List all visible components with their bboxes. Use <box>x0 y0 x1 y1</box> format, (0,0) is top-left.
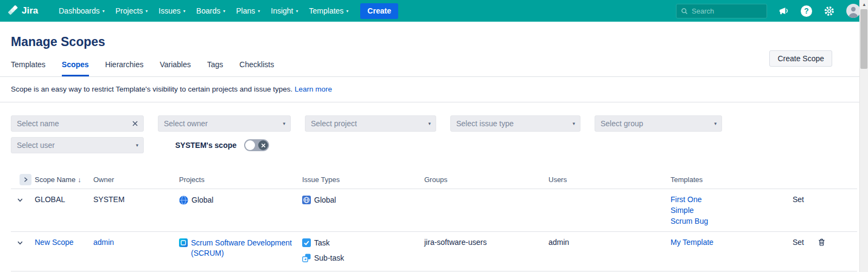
table-row: GLOBAL SYSTEM Global Global <box>11 189 857 232</box>
tab-bar: Templates Scopes Hierarchies Variables T… <box>0 60 868 77</box>
tab-checklists[interactable]: Checklists <box>239 60 274 76</box>
issue-type-item: Task <box>302 238 419 250</box>
learn-more-link[interactable]: Learn more <box>295 85 332 93</box>
nav-dashboards[interactable]: Dashboards▾ <box>53 0 110 22</box>
user-filter[interactable]: Select user ▾ <box>11 137 144 153</box>
chevron-down-icon: ▾ <box>136 143 138 148</box>
nav-boards[interactable]: Boards▾ <box>191 0 231 22</box>
chevron-down-icon: ▾ <box>103 9 105 14</box>
column-header-scope-name[interactable]: Scope Name ↓ <box>35 173 93 189</box>
scrollbar-thumb[interactable] <box>860 9 867 69</box>
avatar <box>846 4 860 18</box>
search-input[interactable] <box>692 7 757 15</box>
toggle-knob <box>245 140 255 150</box>
owner-link[interactable]: admin <box>93 238 114 247</box>
chevron-down-icon: ▾ <box>145 9 148 14</box>
owner-filter[interactable]: Select owner ▾ <box>158 115 291 132</box>
template-link[interactable]: Scrum Bug <box>671 217 787 225</box>
project-filter[interactable]: Select project ▾ <box>305 115 436 132</box>
jira-logo[interactable]: Jira <box>8 5 38 16</box>
navbar-right: ? <box>676 4 860 18</box>
name-filter[interactable] <box>11 115 144 132</box>
template-link[interactable]: First One <box>671 195 787 204</box>
jira-app: Jira Dashboards▾ Projects▾ Issues▾ Board… <box>0 0 868 272</box>
global-search[interactable] <box>676 4 767 18</box>
expand-row-button[interactable] <box>15 195 25 205</box>
group-filter[interactable]: Select group ▾ <box>595 115 722 132</box>
templates-cell: My Template <box>671 238 787 247</box>
sort-descending-icon: ↓ <box>78 176 81 184</box>
toggle-off-x-icon <box>258 140 268 150</box>
gear-icon <box>824 5 835 17</box>
system-scope-label: SYSTEM's scope <box>175 141 237 150</box>
clear-icon[interactable] <box>132 120 138 127</box>
trash-icon <box>818 238 826 247</box>
nav-plans[interactable]: Plans▾ <box>231 0 265 22</box>
scope-name-link[interactable]: New Scope <box>35 238 74 247</box>
help-button[interactable]: ? <box>801 5 812 17</box>
issue-type-label: Sub-task <box>314 253 344 263</box>
system-scope-filter: SYSTEM's scope <box>175 139 269 151</box>
name-filter-input[interactable] <box>17 119 128 128</box>
column-header-set <box>793 173 816 189</box>
nav-templates[interactable]: Templates▾ <box>304 0 354 22</box>
issue-type-filter[interactable]: Select issue type ▾ <box>450 115 580 132</box>
expand-all-button[interactable] <box>20 174 31 185</box>
question-mark-icon: ? <box>801 5 812 17</box>
chevron-down-icon: ▾ <box>283 121 285 126</box>
column-header-projects: Projects <box>179 173 302 189</box>
create-button[interactable]: Create <box>360 3 398 19</box>
tab-variables[interactable]: Variables <box>159 60 190 76</box>
column-header-users: Users <box>548 173 671 189</box>
chevron-right-icon <box>22 176 29 183</box>
nav-issues[interactable]: Issues▾ <box>153 0 190 22</box>
tab-scopes[interactable]: Scopes <box>62 60 89 76</box>
project-item: Scrum Software Development (SCRUM) <box>179 238 297 258</box>
expand-row-button[interactable] <box>15 238 25 248</box>
template-link[interactable]: Simple <box>671 206 787 215</box>
global-issue-type-icon <box>302 196 311 207</box>
owner-cell: SYSTEM <box>93 189 179 231</box>
chevron-down-icon: ▾ <box>346 9 348 14</box>
groups-cell <box>424 189 548 231</box>
megaphone-icon <box>778 6 789 16</box>
chevron-down-icon: ▾ <box>572 121 575 126</box>
system-scope-toggle[interactable] <box>244 139 269 151</box>
chevron-down-icon: ▾ <box>428 121 431 126</box>
subtask-icon <box>302 254 311 265</box>
globe-icon <box>179 196 188 208</box>
scrum-project-icon <box>179 238 188 250</box>
delete-scope-button[interactable] <box>818 238 826 247</box>
create-scope-button[interactable]: Create Scope <box>769 50 832 67</box>
project-item: Global <box>179 195 297 208</box>
tab-hierarchies[interactable]: Hierarchies <box>105 60 144 76</box>
scroll-up-arrow[interactable]: ▲ <box>860 0 868 9</box>
users-cell <box>548 189 671 231</box>
jira-logo-icon <box>8 5 18 16</box>
actions-cell <box>816 189 857 231</box>
search-icon <box>681 8 688 15</box>
nav-insight[interactable]: Insight▾ <box>265 0 303 22</box>
users-cell: admin <box>548 232 671 271</box>
column-header-issue-types: Issue Types <box>302 173 424 189</box>
set-button[interactable]: Set <box>793 238 804 247</box>
announcements-button[interactable] <box>778 6 789 16</box>
page-title: Manage Scopes <box>11 35 868 49</box>
chevron-down-icon: ▾ <box>296 9 298 14</box>
project-link[interactable]: Scrum Software Development (SCRUM) <box>191 238 297 258</box>
tab-tags[interactable]: Tags <box>207 60 224 76</box>
scopes-table: Scope Name ↓ Owner Projects Issue Types … <box>11 173 857 271</box>
scope-description: Scope is an easy way to restrict Templat… <box>0 77 868 102</box>
chevron-down-icon: ▾ <box>714 121 717 126</box>
settings-button[interactable] <box>824 5 835 17</box>
filter-row-1: Select owner ▾ Select project ▾ Select i… <box>11 115 857 132</box>
vertical-scrollbar: ▲ <box>859 0 868 272</box>
tab-templates[interactable]: Templates <box>11 60 46 76</box>
nav-projects[interactable]: Projects▾ <box>110 0 154 22</box>
table-row: New Scope admin Scrum Software Developme… <box>11 232 857 271</box>
user-menu-button[interactable] <box>846 4 860 18</box>
template-link[interactable]: My Template <box>671 238 787 247</box>
set-button[interactable]: Set <box>793 195 804 204</box>
description-text: Scope is an easy way to restrict Templat… <box>11 85 292 93</box>
chevron-down-icon: ▾ <box>258 9 260 14</box>
